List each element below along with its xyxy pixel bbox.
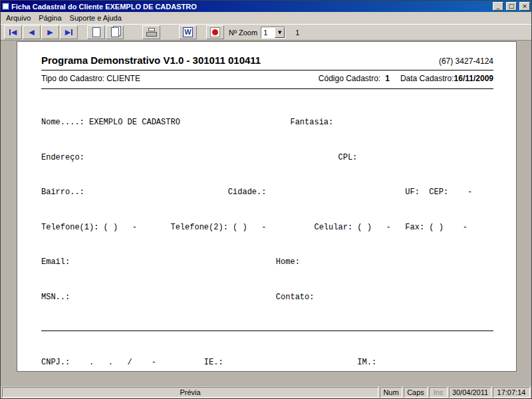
print-button[interactable] — [142, 25, 160, 39]
app-window: Ficha Cadastral do Cliente EXEMPLO DE CA… — [0, 0, 532, 399]
zoom-value: 1 — [261, 29, 275, 37]
status-bar: Prévia Num Caps Ins 30/04/2011 17:07:14 — [1, 386, 531, 398]
status-mode: Prévia — [2, 387, 378, 398]
menu-pagina[interactable]: Página — [35, 13, 65, 23]
export-word-button[interactable]: W — [179, 25, 197, 39]
data-cadastro-value: 16/11/2009 — [454, 74, 493, 83]
report-header: Programa Demonstrativo V1.0 - 301011 010… — [41, 55, 493, 66]
first-page-button[interactable]: ◀ — [4, 25, 22, 39]
status-insert: Ins — [429, 387, 448, 398]
tipo-cadastro: Tipo do Cadastro: CLIENTE — [41, 74, 319, 83]
printer-icon — [146, 28, 157, 37]
last-page-button[interactable]: ▶ — [60, 25, 78, 39]
divider — [41, 88, 493, 89]
menu-arquivo[interactable]: Arquivo — [2, 13, 35, 23]
document-fields: CNPJ.: . . / - IE.: IM.: CPF..: . . - RG… — [41, 334, 493, 386]
codigo-cadastro-value: 1 — [385, 74, 390, 83]
field-line-msn: MSN..: Contato: — [41, 292, 493, 304]
field-line-endereco: Endereço: CPL: — [41, 152, 493, 164]
codigo-cadastro-label: Código Cadastro: — [319, 74, 380, 83]
window-title: Ficha Cadastral do Cliente EXEMPLO DE CA… — [11, 3, 490, 11]
field-line-cnpj: CNPJ.: . . / - IE.: IM.: — [41, 357, 493, 369]
data-cadastro-label: Data Cadastro: — [400, 74, 454, 83]
field-line-nome: Nome....: EXEMPLO DE CADASTRO Fantasia: — [41, 117, 493, 129]
menu-bar: Arquivo Página Suporte e Ajuda — [1, 12, 531, 24]
status-num-lock: Num — [380, 387, 402, 398]
field-line-email: Email: Home: — [41, 257, 493, 269]
title-bar: Ficha Cadastral do Cliente EXEMPLO DE CA… — [1, 1, 531, 12]
contact-fields: Nome....: EXEMPLO DE CADASTRO Fantasia: … — [41, 94, 493, 327]
menu-suporte-e-ajuda[interactable]: Suporte e Ajuda — [66, 13, 126, 23]
zoom-label: Nº Zoom — [229, 29, 257, 37]
zoom-select[interactable]: 1 ▼ — [261, 27, 285, 39]
status-date: 30/04/2011 — [449, 387, 491, 398]
report-page: Programa Demonstrativo V1.0 - 301011 010… — [17, 41, 517, 372]
next-page-icon: ▶ — [47, 29, 53, 36]
pdf-icon — [210, 27, 220, 37]
app-icon — [2, 3, 9, 10]
maximize-button[interactable]: □ — [506, 2, 517, 11]
report-phone: (67) 3427-4124 — [439, 57, 493, 66]
minimize-button[interactable]: _ — [493, 2, 503, 11]
status-caps-lock: Caps — [404, 387, 428, 398]
two-pages-icon — [111, 27, 119, 37]
field-line-telefones: Telefone(1): ( ) - Telefone(2): ( ) - Ce… — [41, 222, 493, 234]
page-icon — [92, 27, 100, 37]
first-page-icon — [9, 29, 11, 35]
divider — [41, 331, 493, 331]
toolbar: ◀ ◀ ▶ ▶ W Nº Z — [1, 24, 531, 41]
last-page-icon — [71, 29, 72, 35]
current-page-indicator: 1 — [295, 29, 299, 37]
previous-page-icon: ◀ — [29, 29, 34, 36]
preview-area: Programa Demonstrativo V1.0 - 301011 010… — [1, 41, 531, 386]
export-pdf-button[interactable] — [206, 25, 224, 39]
chevron-down-icon[interactable]: ▼ — [275, 27, 285, 38]
close-button[interactable]: × — [519, 2, 530, 11]
status-time: 17:07:14 — [493, 387, 530, 398]
previous-page-button[interactable]: ◀ — [23, 25, 41, 39]
two-page-view-button[interactable] — [106, 25, 124, 39]
cadastro-row: Tipo do Cadastro: CLIENTE Código Cadastr… — [41, 70, 493, 84]
page-view-button[interactable] — [87, 25, 105, 39]
field-line-bairro: Bairro..: Cidade.: UF: CEP: - — [41, 187, 493, 199]
next-page-button[interactable]: ▶ — [41, 25, 59, 39]
word-icon: W — [183, 27, 193, 37]
report-title: Programa Demonstrativo V1.0 - 301011 010… — [41, 55, 439, 66]
